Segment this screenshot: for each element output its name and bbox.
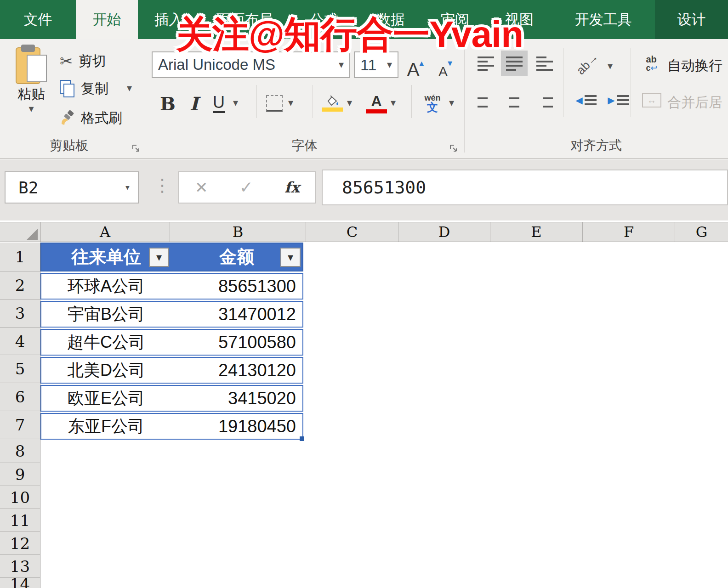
button-separator	[313, 85, 313, 118]
paste-clipboard-icon	[16, 45, 47, 85]
cell-company[interactable]: 环球A公司	[41, 274, 171, 299]
column-header-a[interactable]: A	[40, 222, 170, 242]
decrease-indent-button[interactable]: ◀	[571, 87, 601, 113]
font-name-caret[interactable]: ▾	[339, 60, 344, 70]
filter-button-company[interactable]: ▾	[149, 248, 169, 267]
cut-label: 剪切	[79, 52, 106, 71]
format-painter-button[interactable]: 格式刷	[60, 106, 122, 130]
cut-scissors-icon: ✂	[60, 52, 73, 70]
cell-company[interactable]: 东亚F公司	[41, 414, 171, 439]
cell-company[interactable]: 超牛C公司	[41, 330, 171, 355]
row-header[interactable]: 3	[0, 300, 40, 328]
column-header-c[interactable]: C	[306, 222, 398, 242]
align-center-button[interactable]	[501, 87, 528, 113]
column-header-g[interactable]: G	[675, 222, 728, 242]
cell-amount[interactable]: 3415020	[171, 386, 302, 411]
row-header[interactable]: 12	[0, 532, 40, 555]
copy-button[interactable]: 复制	[60, 77, 108, 101]
phonetic-guide-button[interactable]: wén 文	[420, 89, 445, 118]
select-all-corner[interactable]	[0, 222, 40, 242]
copy-dropdown-caret[interactable]: ▾	[127, 83, 132, 93]
formula-input[interactable]: 85651300	[322, 170, 728, 205]
italic-button[interactable]: I	[182, 89, 205, 118]
orientation-caret[interactable]: ▾	[608, 61, 613, 71]
align-bottom-icon	[536, 57, 553, 71]
column-header-d[interactable]: D	[398, 222, 490, 242]
paste-button[interactable]: 粘贴 ▾	[8, 45, 54, 114]
row-header[interactable]: 1	[0, 243, 40, 271]
row-header[interactable]: 6	[0, 383, 40, 411]
group-clipboard: 粘贴 ▾ ✂ 剪切 复制 ▾ 格式刷 剪贴板	[0, 39, 145, 158]
increase-indent-button[interactable]: ▶	[603, 87, 633, 113]
clipboard-group-label: 剪贴板	[0, 137, 138, 154]
row-header[interactable]: 10	[0, 486, 40, 509]
cell-company[interactable]: 欧亚E公司	[41, 386, 171, 411]
cell-company[interactable]: 北美D公司	[41, 358, 171, 383]
row-header[interactable]: 8	[0, 439, 40, 463]
column-header-f[interactable]: F	[583, 222, 675, 242]
row-header[interactable]: 11	[0, 509, 40, 532]
fill-color-caret[interactable]: ▾	[347, 98, 352, 108]
phonetic-caret[interactable]: ▾	[449, 98, 454, 108]
row-header[interactable]: 2	[0, 271, 40, 300]
table-resize-handle[interactable]	[300, 436, 304, 441]
sheet-grid: A B C D E F G 1 2 3 4 5 6 7 8 9 10 11 12…	[0, 220, 728, 588]
row-header[interactable]: 5	[0, 355, 40, 383]
font-size-caret[interactable]: ▾	[387, 60, 392, 70]
fill-color-button[interactable]	[319, 89, 345, 118]
cell-amount[interactable]: 24130120	[171, 358, 302, 383]
watermark-text: 关注@知行合一Yvain	[176, 10, 523, 60]
align-right-icon	[536, 93, 553, 107]
button-separator	[563, 48, 563, 117]
formula-bar-splitter-icon[interactable]: ⋮	[154, 175, 171, 195]
enter-icon[interactable]: ✓	[239, 178, 253, 197]
borders-caret[interactable]: ▾	[288, 98, 293, 108]
filter-button-amount[interactable]: ▾	[280, 248, 301, 267]
underline-button[interactable]: U	[207, 89, 230, 118]
cell-amount[interactable]: 19180450	[171, 414, 302, 439]
column-headers: A B C D E F G	[0, 222, 728, 242]
row-header[interactable]: 4	[0, 328, 40, 355]
wrap-text-label[interactable]: 自动换行	[667, 57, 722, 75]
row-header[interactable]: 7	[0, 411, 40, 439]
table-header-row: 往来单位 ▾ 金额 ▾	[40, 243, 303, 271]
column-header-b[interactable]: B	[170, 222, 306, 242]
header-cell-amount[interactable]: 金额 ▾	[171, 243, 302, 271]
table-row: 北美D公司 24130120	[40, 357, 303, 384]
tab-table-design[interactable]: 设计	[655, 0, 728, 39]
decrease-font-letter: A	[438, 65, 448, 79]
borders-button[interactable]	[263, 89, 285, 118]
column-header-e[interactable]: E	[490, 222, 583, 242]
orientation-button[interactable]: ab→	[571, 51, 604, 76]
tab-home[interactable]: 开始	[76, 0, 138, 39]
font-color-caret[interactable]: ▾	[391, 98, 396, 108]
cancel-icon[interactable]: ✕	[195, 178, 208, 197]
underline-caret[interactable]: ▾	[233, 98, 238, 108]
paste-dropdown-caret[interactable]: ▾	[28, 104, 34, 114]
row-header[interactable]: 9	[0, 463, 40, 486]
cell-amount[interactable]: 85651300	[171, 274, 302, 299]
cell-company[interactable]: 宇宙B公司	[41, 302, 171, 327]
header-cell-company[interactable]: 往来单位 ▾	[41, 243, 171, 271]
clipboard-dialog-launcher-icon[interactable]	[132, 144, 140, 153]
align-right-button[interactable]	[531, 87, 558, 113]
font-dialog-launcher-icon[interactable]	[449, 144, 458, 153]
tab-developer[interactable]: 开发工具	[552, 0, 655, 39]
cell-amount[interactable]: 57100580	[171, 330, 302, 355]
font-color-button[interactable]: A	[364, 89, 388, 118]
name-box-caret[interactable]: ▾	[125, 182, 131, 192]
insert-function-icon[interactable]: fx	[284, 179, 300, 196]
name-box[interactable]: B2 ▾	[5, 171, 139, 204]
wrap-text-button[interactable]: ab c↩	[639, 51, 665, 76]
row-header[interactable]: 14	[0, 578, 40, 588]
font-color-letter: A	[371, 94, 381, 108]
button-separator	[256, 85, 257, 118]
bold-button[interactable]: B	[155, 89, 181, 118]
align-left-button[interactable]	[472, 87, 499, 113]
tab-file[interactable]: 文件	[0, 0, 76, 39]
table-row: 欧亚E公司 3415020	[40, 385, 303, 412]
align-bottom-button[interactable]	[531, 51, 558, 76]
cell-amount[interactable]: 31470012	[171, 302, 302, 327]
merge-center-button[interactable]: ↔	[639, 87, 665, 113]
cut-button[interactable]: ✂ 剪切	[60, 49, 106, 73]
